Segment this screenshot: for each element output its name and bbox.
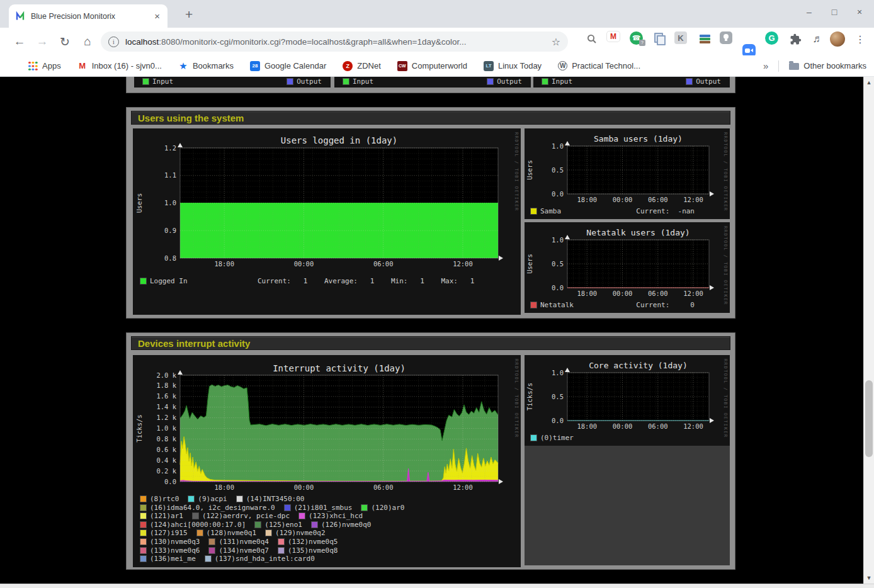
svg-text:00:00: 00:00: [613, 422, 633, 430]
k-icon[interactable]: K: [674, 31, 687, 44]
svg-text:1.1: 1.1: [164, 171, 176, 179]
minimize-button[interactable]: –: [805, 7, 814, 17]
svg-text:1.6 k: 1.6 k: [156, 392, 176, 400]
bookmark-cal[interactable]: 28Google Calendar: [250, 61, 326, 71]
tab-close-button[interactable]: ×: [153, 11, 161, 21]
home-button[interactable]: ⌂: [78, 28, 97, 55]
books-icon[interactable]: [697, 31, 712, 47]
back-button[interactable]: ←: [10, 28, 29, 55]
forward-button[interactable]: →: [33, 28, 52, 55]
scrollbar-thumb[interactable]: [865, 380, 873, 457]
legend-swatch: [209, 539, 215, 545]
legend-swatch: [266, 530, 271, 536]
address-bar[interactable]: i localhost:8080/monitorix-cgi/monitorix…: [101, 31, 568, 52]
legend-item: (137)snd_hda_intel:card0: [205, 555, 315, 563]
svg-text:1.0: 1.0: [552, 236, 564, 244]
scroll-up-arrow[interactable]: ▲: [864, 79, 874, 86]
gmail-icon[interactable]: M: [607, 31, 620, 42]
bookmark-cw[interactable]: CWComputerworld: [397, 61, 467, 71]
bookmarks-bar: AppsMInbox (16) - sjvn0...★Bookmarks28Go…: [0, 55, 874, 77]
legend-item: (120)ar0: [361, 504, 404, 512]
legend-swatch: [193, 513, 198, 519]
svg-text:0.0: 0.0: [552, 417, 564, 424]
browser-tab[interactable]: Blue Precision Monitorix ×: [9, 4, 167, 28]
bookmark-gmail[interactable]: MInbox (16) - sjvn0...: [77, 61, 162, 71]
section-title-users: Users using the system: [131, 111, 730, 125]
legend-row: (16)idma64.0, i2c_designware.0(21)i801_s…: [140, 504, 513, 512]
legend-item: (133)nvme0q6: [140, 546, 200, 555]
samba-legend: SambaCurrent: -nan: [531, 207, 722, 216]
bookmarks-overflow-button[interactable]: »: [763, 60, 768, 71]
svg-text:18:00: 18:00: [577, 290, 597, 297]
site-info-icon[interactable]: i: [108, 37, 119, 47]
star-icon: ★: [178, 61, 188, 71]
phone-icon[interactable]: ☎: [630, 31, 643, 45]
bookmark-apps[interactable]: Apps: [28, 61, 61, 71]
bookmark-star-icon[interactable]: ☆: [552, 36, 560, 48]
keep-icon[interactable]: [720, 31, 732, 44]
bookmarks-list: AppsMInbox (16) - sjvn0...★Bookmarks28Go…: [28, 55, 640, 76]
svg-text:1.4 k: 1.4 k: [156, 403, 176, 410]
svg-text:Users logged in (1day): Users logged in (1day): [281, 135, 397, 145]
new-tab-button[interactable]: +: [185, 7, 193, 22]
legend-item: (132)nvme0q5: [278, 538, 338, 546]
rrdtool-watermark: RRDTOOL / TOBI OETIKER: [514, 132, 519, 212]
playlist-icon[interactable]: ♬: [810, 31, 826, 47]
grammarly-icon[interactable]: G: [765, 31, 778, 45]
monitorix-page: Input Output Input Output Input Output U…: [0, 77, 863, 584]
browser-window: Blue Precision Monitorix × + – □ × ← → ↻…: [0, 0, 874, 588]
bookmark-label: Linux Today: [498, 61, 542, 71]
graph-panel-net1-partial: Input Output: [334, 77, 531, 88]
svg-text:0.2 k: 0.2 k: [156, 467, 176, 475]
svg-text:1.2: 1.2: [164, 144, 176, 152]
bookmark-zdnet[interactable]: ZZDNet: [343, 61, 381, 71]
legend-item: (121)ar1: [140, 512, 183, 520]
avatar[interactable]: [830, 31, 845, 47]
svg-text:12:00: 12:00: [683, 290, 703, 297]
scroll-down-arrow[interactable]: ▼: [864, 575, 874, 581]
legend-swatch: [197, 530, 203, 536]
legend-swatch: [312, 522, 317, 528]
svg-text:12:00: 12:00: [683, 196, 703, 203]
close-button[interactable]: ×: [855, 7, 864, 17]
bookmarks-right: » Other bookmarks: [763, 55, 866, 76]
reload-button[interactable]: ↻: [55, 28, 74, 55]
bookmark-star[interactable]: ★Bookmarks: [178, 61, 234, 71]
legend-swatch: [140, 539, 146, 545]
legend-swatch: [140, 556, 146, 562]
svg-text:00:00: 00:00: [294, 260, 314, 268]
legend-swatch: [188, 496, 194, 502]
svg-text:Samba users (1day): Samba users (1day): [594, 134, 683, 144]
bookmark-wp[interactable]: WPractical Technol...: [558, 61, 640, 71]
wp-icon: W: [558, 61, 567, 71]
interrupt-legend: (8)rtc0(9)acpi(14)INT3450:00(16)idma64.0…: [140, 495, 513, 563]
svg-text:0.6 k: 0.6 k: [156, 446, 176, 453]
url-path: :8080/monitorix-cgi/monitorix.cgi?mode=l…: [159, 37, 466, 47]
search-icon[interactable]: [584, 31, 599, 47]
folder-icon: [789, 63, 799, 70]
monitorix-favicon-icon: [15, 11, 25, 21]
legend-item: (8)rtc0: [140, 495, 179, 503]
output-swatch: [287, 79, 293, 84]
vertical-scrollbar[interactable]: ▲ ▼: [863, 77, 874, 584]
svg-text:0.5: 0.5: [552, 260, 564, 268]
netatalk-legend: NetatalkCurrent: 0: [531, 301, 722, 310]
svg-text:1.2 k: 1.2 k: [156, 414, 176, 421]
window-controls: – □ ×: [805, 7, 864, 17]
svg-text:0.0: 0.0: [552, 190, 564, 198]
input-swatch: [143, 79, 149, 84]
legend-item: (0)timer: [531, 434, 574, 442]
svg-text:1.0: 1.0: [552, 369, 564, 376]
apps-icon: [28, 61, 38, 71]
rrdtool-watermark: RRDTOOL / TOBI OETIKER: [723, 132, 728, 212]
bookmark-linux[interactable]: LTLinux Today: [484, 61, 542, 71]
section-interrupts: Devices interrupt activity 0.00.2 k0.4 k…: [126, 332, 735, 570]
legend-item: (21)i801_smbus: [285, 504, 353, 512]
other-bookmarks-button[interactable]: Other bookmarks: [789, 61, 866, 71]
horizontal-scrollbar[interactable]: [0, 584, 874, 588]
copy-pages-icon[interactable]: [652, 31, 667, 47]
puzzle-icon[interactable]: [788, 31, 803, 47]
menu-icon[interactable]: ⋮: [853, 31, 868, 47]
legend-row: (127)i915(128)nvme0q1(129)nvme0q2: [140, 529, 513, 538]
maximize-button[interactable]: □: [830, 7, 839, 17]
